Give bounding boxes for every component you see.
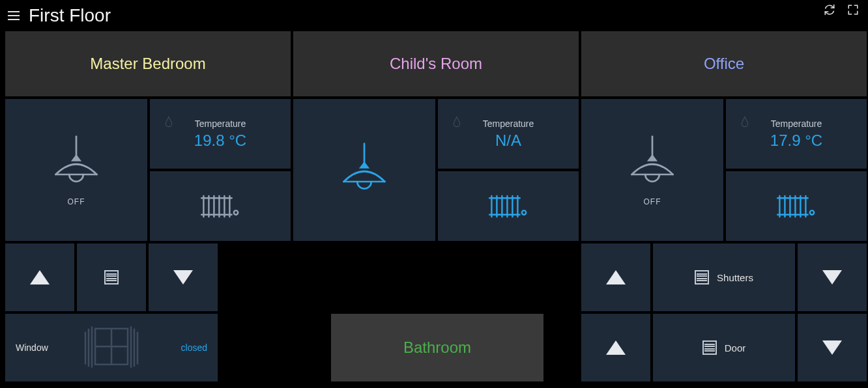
spacer <box>293 314 328 381</box>
topbar: First Floor <box>0 0 868 31</box>
temp-label: Temperature <box>771 118 822 129</box>
col-office: Office OFF Temperature 17.9 °C <box>581 31 867 381</box>
radiator-icon <box>487 191 529 222</box>
master-climate-row: OFF Temperature 19.8 °C <box>5 99 291 241</box>
office-shutters-stop-button[interactable]: Shutters <box>653 243 795 311</box>
room-grid: Master Bedroom OFF Temperature 19.8 °C <box>0 31 868 381</box>
office-shutters-row: Shutters <box>581 243 867 311</box>
spacer <box>293 243 579 311</box>
master-window-row: Window closed <box>5 314 291 381</box>
master-window-tile[interactable]: Window closed <box>5 314 218 381</box>
child-temp-tile[interactable]: Temperature N/A <box>438 99 579 169</box>
topbar-actions <box>824 4 859 16</box>
radiator-icon <box>775 191 817 222</box>
child-climate-row: Temperature N/A <box>293 99 579 241</box>
office-light-tile[interactable]: OFF <box>581 99 723 241</box>
master-temp-tile[interactable]: Temperature 19.8 °C <box>150 99 291 169</box>
master-temp-value: 19.8 °C <box>194 132 246 150</box>
office-door-up-button[interactable] <box>581 314 650 381</box>
child-temp-value: N/A <box>495 132 521 150</box>
svg-point-24 <box>522 210 526 214</box>
svg-point-10 <box>234 210 238 214</box>
menu-icon[interactable] <box>8 10 20 21</box>
door-label: Door <box>725 342 746 353</box>
shutter-icon <box>104 270 119 284</box>
master-radiator-tile[interactable] <box>150 171 291 241</box>
triangle-down-icon <box>173 270 193 284</box>
office-door-row: Door <box>581 314 867 381</box>
office-shutters-up-button[interactable] <box>581 243 650 311</box>
child-light-tile[interactable] <box>293 99 435 241</box>
room-header-office[interactable]: Office <box>581 31 867 96</box>
shutters-label: Shutters <box>717 272 753 283</box>
shutter-icon <box>702 340 717 355</box>
humidity-icon <box>740 116 749 128</box>
svg-point-35 <box>810 210 814 214</box>
master-shutter-row <box>5 243 291 311</box>
spacer <box>220 243 291 311</box>
triangle-down-icon <box>822 270 842 284</box>
spacer <box>546 314 579 381</box>
temp-label: Temperature <box>483 118 534 129</box>
master-shutter-up-button[interactable] <box>5 243 74 311</box>
master-shutter-stop-button[interactable] <box>77 243 146 311</box>
page-title: First Floor <box>29 5 111 26</box>
office-radiator-tile[interactable] <box>726 171 867 241</box>
room-header-child[interactable]: Child's Room <box>293 31 579 96</box>
ceiling-lamp-icon <box>623 133 682 192</box>
office-light-state: OFF <box>644 197 661 206</box>
master-light-tile[interactable]: OFF <box>5 99 147 241</box>
fullscreen-icon[interactable] <box>847 4 859 16</box>
triangle-up-icon <box>606 270 626 284</box>
room-header-master[interactable]: Master Bedroom <box>5 31 291 96</box>
office-door-stop-button[interactable]: Door <box>653 314 795 381</box>
triangle-up-icon <box>30 270 50 284</box>
triangle-down-icon <box>822 340 842 355</box>
col-master: Master Bedroom OFF Temperature 19.8 °C <box>5 31 291 381</box>
office-temp-tile[interactable]: Temperature 17.9 °C <box>726 99 867 169</box>
window-label: Window <box>16 342 48 353</box>
humidity-icon <box>452 116 461 128</box>
spacer <box>220 314 291 381</box>
temp-label: Temperature <box>195 118 246 129</box>
bathroom-header-row: Bathroom <box>293 314 579 381</box>
humidity-icon <box>164 116 173 128</box>
radiator-icon <box>199 191 241 222</box>
shutter-icon <box>695 270 709 284</box>
master-shutter-down-button[interactable] <box>149 243 218 311</box>
office-door-down-button[interactable] <box>798 314 867 381</box>
ceiling-lamp-icon <box>335 141 394 199</box>
triangle-up-icon <box>606 340 626 355</box>
child-radiator-tile[interactable] <box>438 171 579 241</box>
ceiling-lamp-icon <box>47 133 106 192</box>
office-climate-row: OFF Temperature 17.9 °C <box>581 99 867 241</box>
office-temp-value: 17.9 °C <box>770 132 822 150</box>
office-shutters-down-button[interactable] <box>798 243 867 311</box>
refresh-icon[interactable] <box>824 4 835 16</box>
master-light-state: OFF <box>68 197 85 206</box>
col-child: Child's Room Temperature N/A <box>293 31 579 381</box>
window-icon <box>79 322 144 374</box>
room-header-bathroom[interactable]: Bathroom <box>331 314 543 381</box>
master-window-status: closed <box>181 342 207 353</box>
